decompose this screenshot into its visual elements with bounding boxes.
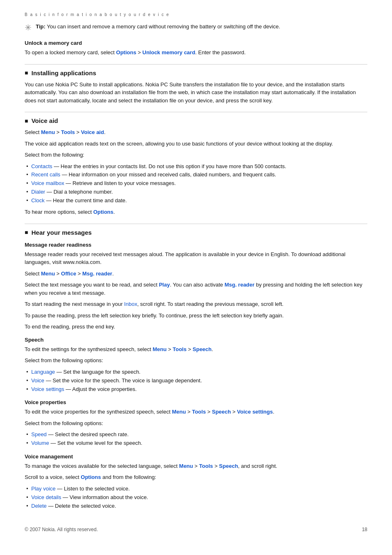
voice-aid-options-link[interactable]: Options xyxy=(93,209,113,215)
vp-voicesettings-link[interactable]: Voice settings xyxy=(237,409,273,415)
reader-body4: To pause the reading, press the left sel… xyxy=(25,312,367,320)
reader-body3: To start reading the next message in you… xyxy=(25,300,367,308)
list-item: Contacts — Hear the entries in your cont… xyxy=(25,162,367,171)
voice-management-body2: Scroll to a voice, select Options and fr… xyxy=(25,473,367,481)
hear-messages-section: Hear your messages Message reader readin… xyxy=(25,229,367,510)
installing-section: Installing applications You can use Noki… xyxy=(25,69,367,105)
hear-messages-title: Hear your messages xyxy=(25,229,367,236)
inbox-link[interactable]: Inbox xyxy=(124,301,137,307)
vp-tools-link[interactable]: Tools xyxy=(192,409,206,415)
reader-body5: To end the reading, press the end key. xyxy=(25,323,367,331)
hear-msgreader-link[interactable]: Msg. reader xyxy=(82,271,112,277)
vm-menu-link[interactable]: Menu xyxy=(179,463,193,469)
voice-aid-body2: Select from the following: xyxy=(25,151,367,159)
vm-tools-link[interactable]: Tools xyxy=(199,463,213,469)
voice-management-body1: To manage the voices available for the s… xyxy=(25,462,367,470)
list-item: Voice settings — Adjust the voice proper… xyxy=(25,385,367,394)
page-number: 18 xyxy=(362,527,367,532)
divider-hear xyxy=(25,224,367,224)
list-item: Dialer — Dial a telephone number. xyxy=(25,188,367,197)
voice-aid-select: Select Menu > Tools > Voice aid. xyxy=(25,128,367,136)
list-item: Voice mailbox — Retrieve and listen to y… xyxy=(25,179,367,188)
options-link[interactable]: Options xyxy=(116,49,136,56)
reader-select: Select Menu > Office > Msg. reader. xyxy=(25,270,367,278)
vp-speech-link[interactable]: Speech xyxy=(212,409,231,415)
reader-body2: Select the text message you want to be r… xyxy=(25,281,367,297)
speech-title: Speech xyxy=(25,337,367,343)
installing-title: Installing applications xyxy=(25,69,367,76)
divider-installing xyxy=(25,64,367,65)
footer: © 2007 Nokia. All rights reserved. 18 xyxy=(25,527,367,532)
clock-link[interactable]: Clock xyxy=(31,197,45,204)
vp-menu-link[interactable]: Menu xyxy=(172,409,186,415)
list-item: Play voice — Listen to the selected voic… xyxy=(25,485,367,493)
voice-aid-menu-link[interactable]: Menu xyxy=(41,129,55,135)
voice-settings-link[interactable]: Voice settings xyxy=(31,386,64,392)
list-item: Voice — Set the voice for the speech. Th… xyxy=(25,377,367,385)
msgreader2-link[interactable]: Msg. reader xyxy=(224,282,254,288)
speech-speech-link[interactable]: Speech xyxy=(193,346,212,352)
contacts-link[interactable]: Contacts xyxy=(31,163,52,169)
voice-properties-body2: Select from the following options: xyxy=(25,419,367,428)
list-item: Clock — Hear the current time and date. xyxy=(25,197,367,205)
list-item: Delete — Delete the selected voice. xyxy=(25,502,367,511)
hear-menu-link[interactable]: Menu xyxy=(41,271,55,277)
voice-link[interactable]: Voice xyxy=(31,377,44,384)
tip-label: Tip: xyxy=(36,23,46,30)
list-item: Volume — Set the volume level for the sp… xyxy=(25,439,367,448)
play-link[interactable]: Play xyxy=(159,282,170,288)
tip-text: Tip: You can insert and remove a memory … xyxy=(36,23,280,30)
speed-link[interactable]: Speed xyxy=(31,431,47,437)
unlock-title: Unlock a memory card xyxy=(25,40,367,46)
installing-body: You can use Nokia PC Suite to install ap… xyxy=(25,81,367,105)
voice-aid-options: To hear more options, select Options. xyxy=(25,208,367,216)
dialer-link[interactable]: Dialer xyxy=(31,189,45,195)
list-item: Voice details — View information about t… xyxy=(25,493,367,502)
voice-management-title: Voice management xyxy=(25,453,367,460)
voice-aid-section: Voice aid Select Menu > Tools > Voice ai… xyxy=(25,117,367,216)
voice-properties-list: Speed — Select the desired speech rate. … xyxy=(25,430,367,448)
speech-menu-link[interactable]: Menu xyxy=(152,346,166,352)
divider-voiceaid xyxy=(25,112,367,112)
unlock-memory-link[interactable]: Unlock memory card xyxy=(143,49,196,56)
speech-body1: To edit the settings for the synthesized… xyxy=(25,345,367,354)
voice-management-list: Play voice — Listen to the selected voic… xyxy=(25,485,367,510)
voice-aid-title: Voice aid xyxy=(25,117,367,124)
tip-box: ✳ Tip: You can insert and remove a memor… xyxy=(25,23,367,32)
voice-aid-list: Contacts — Hear the entries in your cont… xyxy=(25,162,367,205)
delete-link[interactable]: Delete xyxy=(31,503,47,509)
list-item: Language — Set the language for the spee… xyxy=(25,368,367,377)
speech-body2: Select from the following options: xyxy=(25,356,367,365)
volume-link[interactable]: Volume xyxy=(31,440,49,446)
unlock-body: To open a locked memory card, select Opt… xyxy=(25,49,367,57)
voice-properties-body1: To edit the voice properties for the syn… xyxy=(25,408,367,416)
language-link[interactable]: Language xyxy=(31,369,55,375)
vm-options-link[interactable]: Options xyxy=(81,474,101,480)
play-voice-link[interactable]: Play voice xyxy=(31,486,55,492)
speech-tools-link[interactable]: Tools xyxy=(173,346,187,352)
vm-speech-link[interactable]: Speech xyxy=(219,463,238,469)
voice-aid-tools-link[interactable]: Tools xyxy=(61,129,75,135)
reader-readiness-title: Message reader readiness xyxy=(25,242,367,248)
speech-list: Language — Set the language for the spee… xyxy=(25,368,367,393)
voice-properties-title: Voice properties xyxy=(25,399,367,405)
reader-body1: Message reader reads your received text … xyxy=(25,250,367,266)
list-item: Recent calls — Hear information on your … xyxy=(25,171,367,179)
voice-details-link[interactable]: Voice details xyxy=(31,494,61,500)
page-header: B a s i c i n f o r m a t i o n a b o u … xyxy=(25,12,367,17)
voice-mailbox-link[interactable]: Voice mailbox xyxy=(31,180,64,186)
voice-aid-voiceaid-link[interactable]: Voice aid xyxy=(81,129,104,135)
copyright: © 2007 Nokia. All rights reserved. xyxy=(25,527,98,532)
list-item: Speed — Select the desired speech rate. xyxy=(25,430,367,439)
recent-calls-link[interactable]: Recent calls xyxy=(31,171,60,178)
voice-aid-body1: The voice aid application reads text on … xyxy=(25,140,367,148)
hear-office-link[interactable]: Office xyxy=(61,271,76,277)
unlock-section: Unlock a memory card To open a locked me… xyxy=(25,40,367,57)
tip-icon: ✳ xyxy=(25,23,32,32)
